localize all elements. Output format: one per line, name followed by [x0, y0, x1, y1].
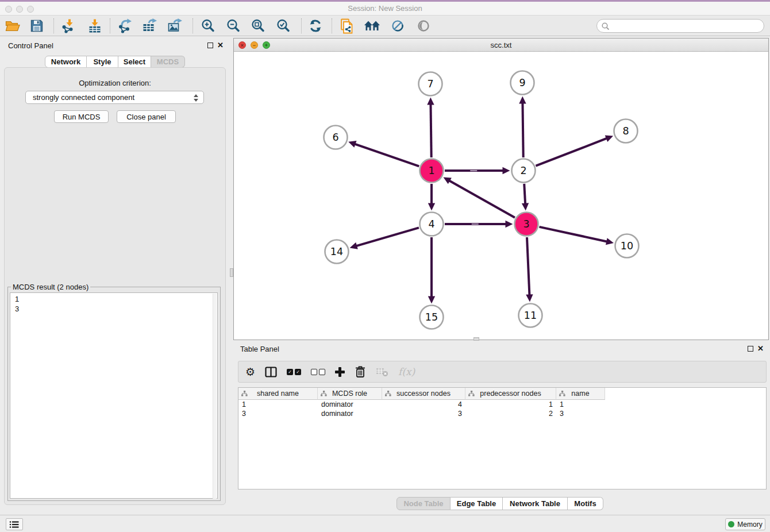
edge-1-7[interactable] [430, 103, 431, 157]
memory-status-icon [728, 521, 734, 527]
edge-3-1[interactable] [449, 180, 515, 218]
arrowhead-icon [526, 294, 533, 302]
network-graph-canvas[interactable]: 7968124314101511 [234, 52, 768, 340]
export-network-icon[interactable] [117, 18, 134, 34]
column-header-name[interactable]: name [556, 388, 605, 400]
edge-1-6[interactable] [355, 144, 419, 166]
toolbar-separator [332, 18, 332, 33]
column-header-MCDS-role[interactable]: MCDS role [318, 388, 382, 400]
checked-box-icon: ✓ [287, 369, 293, 375]
titlebar: Session: New Session [0, 2, 770, 15]
column-header-successor-nodes[interactable]: successor nodes [382, 388, 465, 400]
search-box[interactable] [596, 19, 764, 33]
edge-2-3[interactable] [524, 184, 525, 205]
birdseye-view-icon[interactable] [415, 18, 432, 34]
table-body: 1dominator4113dominator323 [238, 400, 766, 418]
minimize-window-icon[interactable] [16, 6, 23, 13]
export-table-icon[interactable] [141, 18, 159, 34]
home-icon[interactable] [364, 18, 381, 34]
arrowhead-icon [506, 221, 513, 228]
node-label: 1 [428, 165, 434, 176]
table-cell: 1 [556, 400, 605, 409]
search-input[interactable] [612, 20, 760, 32]
edge-3-10[interactable] [539, 227, 607, 242]
network-view-window[interactable]: × − + scc.txt 7968124314101511 [233, 38, 769, 340]
tab-edge-table[interactable]: Edge Table [451, 497, 503, 510]
control-panel-float-icon[interactable] [207, 43, 213, 48]
save-icon[interactable] [28, 18, 45, 34]
network-window-titlebar[interactable]: × − + scc.txt [234, 38, 768, 52]
tab-mcds[interactable]: MCDS [151, 56, 185, 68]
open-folder-icon[interactable] [4, 18, 21, 34]
mcds-result-item: 3 [15, 304, 19, 314]
tab-select[interactable]: Select [118, 56, 151, 68]
delete-table-icon[interactable] [376, 367, 388, 377]
split-columns-icon[interactable] [265, 367, 277, 377]
node-label: 11 [524, 310, 537, 321]
select-all-checkboxes-icon[interactable]: ✓ ✓ [287, 369, 301, 375]
horizontal-splitter-handle[interactable] [473, 337, 479, 341]
function-builder-icon[interactable]: f(x) [398, 366, 415, 377]
arrowhead-icon [522, 203, 529, 210]
add-column-icon[interactable] [335, 367, 345, 377]
level-of-detail-icon[interactable] [389, 18, 406, 34]
node-label: 2 [520, 165, 526, 176]
tab-style[interactable]: Style [87, 56, 118, 68]
minimize-view-icon[interactable]: − [251, 41, 258, 49]
table-row[interactable]: 3dominator323 [238, 409, 766, 418]
import-network-icon[interactable] [60, 18, 77, 34]
import-table-icon[interactable] [86, 18, 103, 34]
table-panel-float-icon[interactable] [748, 346, 753, 352]
run-mcds-button[interactable]: Run MCDS [54, 110, 109, 123]
node-table[interactable]: shared nameMCDS rolesuccessor nodesprede… [238, 387, 767, 489]
toolbar-separator [192, 18, 193, 33]
zoom-out-icon[interactable] [225, 18, 242, 34]
memory-button[interactable]: Memory [725, 518, 765, 530]
edge-3-11[interactable] [527, 237, 529, 296]
close-panel-button[interactable]: Close panel [117, 110, 176, 123]
arrowhead-icon [428, 296, 435, 304]
tab-node-table[interactable]: Node Table [396, 497, 451, 510]
tab-network[interactable]: Network [45, 56, 87, 68]
new-network-document-icon[interactable] [338, 18, 356, 34]
column-header-shared-name[interactable]: shared name [238, 388, 318, 400]
mcds-result-list[interactable]: 13 [10, 292, 218, 499]
table-panel-title: Table Panel [240, 345, 279, 353]
zoom-in-icon[interactable] [199, 18, 217, 34]
search-icon [601, 22, 610, 31]
toolbar-separator [301, 18, 302, 33]
optimization-criterion-label: Optimization criterion: [4, 79, 226, 87]
tab-motifs[interactable]: Motifs [568, 497, 603, 510]
control-panel-close-icon[interactable]: ✕ [217, 42, 224, 49]
edge-2-9[interactable] [522, 102, 523, 157]
column-header-predecessor-nodes[interactable]: predecessor nodes [465, 388, 556, 400]
gear-icon[interactable]: ⚙ [245, 366, 255, 377]
node-label: 15 [425, 311, 438, 323]
table-cell: dominator [318, 409, 382, 418]
close-view-icon[interactable]: × [238, 41, 246, 49]
zoom-window-icon[interactable] [27, 6, 34, 13]
mcds-result-title: MCDS result (2 nodes) [11, 283, 90, 291]
table-cell: 2 [465, 409, 556, 418]
arrowhead-icon [427, 97, 434, 105]
deselect-all-checkboxes-icon[interactable] [311, 369, 325, 375]
table-cell: dominator [318, 400, 382, 409]
edge-4-14[interactable] [356, 228, 419, 246]
export-image-icon[interactable] [167, 18, 184, 34]
table-header-row: shared nameMCDS rolesuccessor nodesprede… [238, 388, 766, 400]
tab-network-table[interactable]: Network Table [503, 497, 568, 510]
maximize-view-icon[interactable]: + [263, 41, 270, 49]
zoom-selected-icon[interactable] [275, 18, 292, 34]
zoom-fit-icon[interactable] [249, 18, 267, 34]
task-history-button[interactable] [6, 518, 23, 530]
memory-label: Memory [737, 521, 762, 529]
scrollbar[interactable] [213, 294, 217, 499]
close-window-icon[interactable] [5, 6, 12, 13]
delete-column-icon[interactable] [355, 365, 366, 378]
table-panel-tabs: Node TableEdge TableNetwork TableMotifs [396, 497, 603, 510]
table-panel-close-icon[interactable]: ✕ [757, 345, 764, 352]
edge-2-8[interactable] [536, 138, 607, 165]
refresh-icon[interactable] [307, 18, 324, 34]
optimization-criterion-dropdown[interactable]: strongly connected component [25, 91, 204, 104]
table-row[interactable]: 1dominator411 [238, 400, 766, 409]
